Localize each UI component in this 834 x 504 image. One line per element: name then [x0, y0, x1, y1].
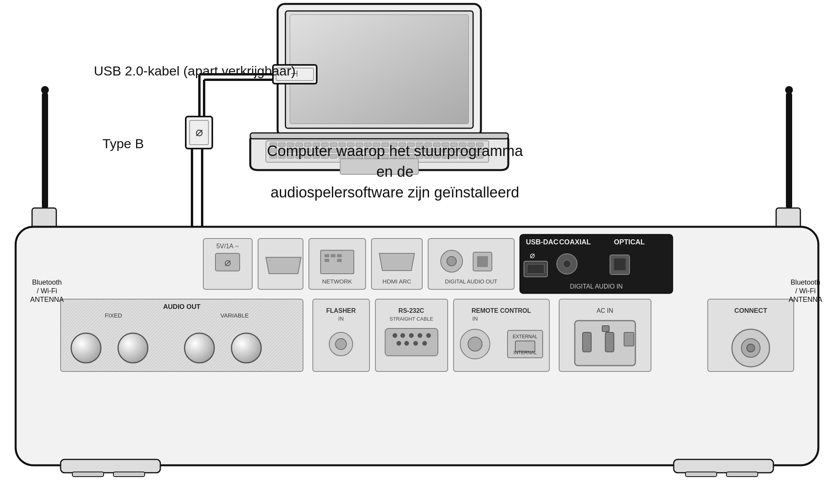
svg-point-162 [418, 333, 422, 338]
svg-text:NETWORK: NETWORK [322, 278, 352, 285]
svg-rect-104 [113, 472, 145, 477]
svg-text:USB-DAC: USB-DAC [526, 238, 558, 246]
remote-control-panel: REMOTE CONTROL IN EXTERNAL INTERNAL [454, 299, 549, 371]
svg-rect-158 [385, 328, 438, 356]
connect-panel: CONNECT [708, 299, 794, 371]
svg-rect-0 [278, 4, 481, 137]
svg-text:OPTICAL: OPTICAL [614, 238, 645, 246]
svg-point-153 [329, 332, 353, 356]
svg-text:FIXED: FIXED [105, 312, 122, 319]
svg-rect-103 [72, 472, 104, 477]
svg-rect-182 [602, 326, 609, 332]
svg-rect-133 [524, 261, 547, 277]
svg-point-161 [409, 333, 414, 338]
svg-rect-111 [258, 239, 303, 289]
svg-point-124 [447, 256, 456, 266]
svg-rect-114 [325, 254, 329, 257]
svg-rect-117 [325, 259, 329, 262]
svg-rect-118 [337, 259, 342, 262]
antenna-right-illustration [776, 86, 800, 237]
svg-text:AUDIO OUT: AUDIO OUT [163, 303, 201, 310]
svg-rect-128 [520, 235, 673, 293]
svg-point-160 [400, 333, 405, 338]
svg-rect-183 [624, 332, 634, 346]
svg-rect-120 [371, 239, 422, 289]
svg-point-167 [422, 341, 427, 346]
svg-point-135 [557, 254, 577, 274]
svg-point-159 [393, 333, 397, 338]
svg-point-154 [335, 339, 346, 350]
svg-point-123 [441, 250, 463, 272]
hdmi-arc-panel: HDMI ARC [371, 239, 422, 289]
svg-text:/ Wi-Fi: / Wi-Fi [37, 287, 57, 295]
svg-point-188 [747, 344, 755, 352]
svg-text:AC IN: AC IN [597, 307, 613, 314]
antenna-left-illustration [32, 86, 56, 237]
svg-rect-98 [776, 208, 800, 237]
svg-rect-100 [16, 227, 818, 465]
svg-rect-3 [290, 15, 468, 124]
svg-rect-125 [473, 252, 492, 271]
digital-audio-in-panel: USB-DAC COAXIAL OPTICAL ⌀ DIGITAL AUDIO … [520, 235, 673, 293]
network-panel: NETWORK [309, 239, 366, 289]
svg-rect-173 [508, 330, 543, 358]
svg-rect-1 [285, 11, 473, 128]
svg-rect-105 [685, 472, 717, 477]
svg-text:5V/1A ⎓: 5V/1A ⎓ [216, 243, 239, 249]
svg-text:⌀: ⌀ [530, 250, 535, 260]
usb-cable-label: USB 2.0-kabel (apart verkrijgbaar) [94, 62, 296, 81]
svg-text:⌀: ⌀ [224, 256, 231, 268]
svg-rect-97 [786, 92, 792, 209]
svg-text:IN: IN [338, 316, 344, 322]
svg-text:FLASHER: FLASHER [326, 307, 356, 314]
svg-rect-181 [605, 332, 614, 352]
svg-point-148 [185, 333, 214, 363]
svg-text:DIGITAL AUDIO OUT: DIGITAL AUDIO OUT [445, 278, 497, 285]
rs232c-panel: RS-232C STRAIGHT CABLE [375, 299, 448, 371]
computer-description-label: Computer waarop het stuurprogramma en de… [258, 141, 532, 203]
svg-rect-141 [61, 300, 302, 371]
svg-text:HDMI ARC: HDMI ARC [382, 278, 411, 285]
svg-rect-134 [527, 264, 544, 274]
svg-point-163 [426, 333, 431, 338]
svg-text:Bluetooth: Bluetooth [791, 278, 820, 286]
svg-text:REMOTE CONTROL: REMOTE CONTROL [472, 307, 531, 314]
svg-point-99 [785, 86, 793, 94]
hdmi-panel [258, 239, 303, 289]
svg-rect-168 [454, 299, 549, 371]
svg-text:Bluetooth: Bluetooth [32, 278, 62, 286]
svg-point-96 [41, 86, 49, 94]
svg-rect-140 [61, 299, 303, 371]
svg-rect-101 [61, 459, 160, 473]
svg-text:STRAIGHT CABLE: STRAIGHT CABLE [389, 316, 433, 322]
svg-rect-89 [186, 117, 212, 149]
svg-text:/ Wi-Fi: / Wi-Fi [795, 287, 816, 295]
svg-point-164 [396, 341, 401, 346]
svg-rect-95 [32, 208, 56, 237]
svg-point-136 [563, 260, 571, 268]
svg-rect-112 [309, 239, 366, 289]
svg-point-146 [71, 333, 101, 363]
svg-point-172 [468, 337, 482, 351]
svg-text:ANTENNA: ANTENNA [30, 296, 64, 303]
usb-type-b-connector: ⌀ [186, 117, 212, 149]
svg-rect-175 [515, 341, 535, 352]
svg-point-187 [741, 339, 760, 357]
svg-point-171 [460, 329, 490, 359]
svg-rect-116 [337, 254, 342, 257]
flasher-panel: FLASHER IN [313, 299, 369, 371]
usb-power-panel: 5V/1A ⎓ ⌀ [203, 239, 252, 289]
svg-rect-115 [331, 254, 335, 257]
svg-rect-155 [375, 299, 448, 371]
svg-rect-122 [428, 239, 514, 289]
svg-rect-102 [674, 459, 773, 473]
page-container: ⊣ ⌀ [0, 0, 834, 504]
svg-rect-94 [42, 92, 48, 209]
svg-rect-81 [250, 133, 508, 139]
svg-rect-106 [726, 472, 758, 477]
svg-point-165 [404, 341, 409, 346]
ac-in-panel: AC IN [559, 299, 651, 371]
audio-out-panel: AUDIO OUT FIXED VARIABLE [61, 299, 303, 371]
svg-rect-137 [610, 255, 630, 274]
svg-text:IN: IN [472, 316, 478, 322]
